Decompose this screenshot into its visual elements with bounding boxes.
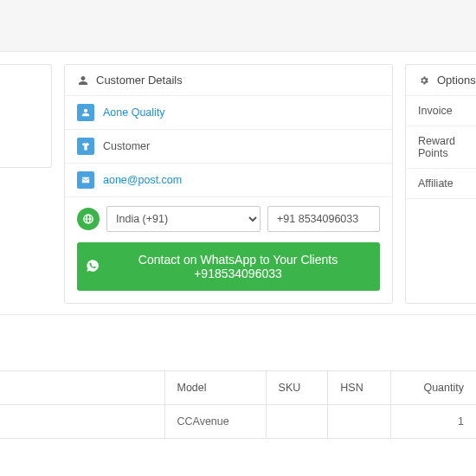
profile-icon — [77, 104, 94, 121]
whatsapp-button[interactable]: Contact on WhatsApp to Your Clients +918… — [77, 242, 380, 291]
shirt-icon — [77, 138, 94, 155]
phone-row: India (+91) +91 8534096033 — [65, 197, 392, 241]
customer-group-row: Customer — [65, 130, 392, 164]
products-table-wrap: Model SKU HSN Quantity CCAvenue 1 — [0, 370, 476, 439]
table-row: CCAvenue 1 — [0, 405, 476, 439]
cell-model: CCAvenue — [164, 405, 266, 439]
left-panel-fragment — [0, 64, 52, 168]
customer-group: Customer — [103, 140, 150, 152]
col-hsn: HSN — [328, 371, 391, 405]
cell-sku — [266, 405, 328, 439]
col-quantity: Quantity — [391, 371, 476, 405]
gear-icon — [418, 75, 430, 86]
top-bar — [0, 0, 476, 52]
options-panel-header: Options — [406, 65, 476, 96]
customer-name-link[interactable]: Aone Quality — [103, 106, 165, 119]
customer-details-panel: Customer Details Aone Quality Customer a… — [64, 64, 393, 304]
customer-name-row: Aone Quality — [65, 96, 392, 130]
products-table: Model SKU HSN Quantity CCAvenue 1 — [0, 370, 476, 439]
mail-icon — [77, 171, 94, 189]
option-affiliate[interactable]: Affiliate — [406, 169, 476, 199]
customer-email-link[interactable]: aone@post.com — [103, 174, 182, 186]
gap — [0, 315, 476, 346]
option-reward-points[interactable]: Reward Points — [406, 126, 476, 169]
customer-panel-header: Customer Details — [65, 65, 392, 96]
user-icon — [77, 75, 89, 86]
phone-display[interactable]: +91 8534096033 — [267, 206, 380, 232]
country-code-select[interactable]: India (+91) — [106, 206, 261, 232]
col-sku: SKU — [266, 371, 328, 405]
customer-panel-title: Customer Details — [96, 74, 183, 87]
option-invoice[interactable]: Invoice — [406, 96, 476, 126]
cell-qty: 1 — [391, 405, 476, 439]
options-panel: Options Invoice Reward Points Affiliate — [405, 64, 476, 304]
panels-row: Customer Details Aone Quality Customer a… — [0, 52, 476, 304]
table-header-row: Model SKU HSN Quantity — [0, 371, 476, 405]
options-panel-title: Options — [437, 74, 476, 87]
cell-hsn — [328, 405, 391, 439]
globe-icon — [77, 208, 100, 230]
col-model: Model — [164, 371, 266, 405]
customer-email-row: aone@post.com — [65, 164, 392, 197]
whatsapp-label: Contact on WhatsApp to Your Clients +918… — [105, 253, 371, 280]
whatsapp-icon — [86, 259, 100, 275]
